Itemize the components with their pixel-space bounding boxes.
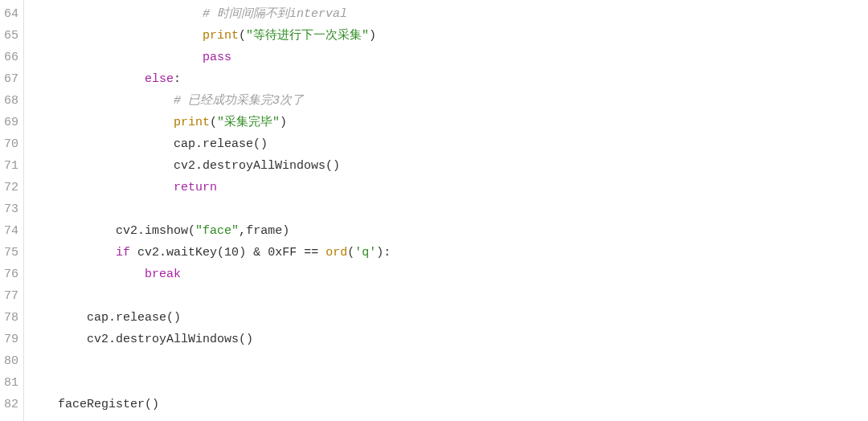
token: "采集完毕"	[217, 116, 280, 129]
line-number: 80	[3, 350, 18, 372]
code-line[interactable]: print("采集完毕")	[29, 112, 868, 133]
token: cap	[87, 311, 108, 325]
line-number: 71	[3, 155, 18, 177]
line-number: 65	[3, 25, 18, 47]
token: )	[282, 224, 289, 238]
token: break	[145, 268, 181, 281]
code-area[interactable]: # 时间间隔不到interval print("等待进行下一次采集") pass…	[24, 0, 868, 421]
code-line[interactable]: # 时间间隔不到interval	[29, 3, 868, 25]
token: "face"	[195, 224, 239, 238]
token: .	[195, 137, 203, 151]
line-number: 78	[3, 307, 18, 329]
code-line[interactable]	[29, 350, 868, 372]
line-number: 82	[3, 394, 18, 415]
token: ()	[253, 137, 268, 151]
token: &	[246, 246, 268, 260]
token: (	[217, 246, 224, 260]
token: cv2	[87, 333, 108, 346]
token: release	[116, 311, 166, 325]
token: (	[210, 116, 217, 129]
code-line[interactable]: faceRegister()	[29, 394, 868, 415]
code-line[interactable]: # 已经成功采集完3次了	[29, 90, 868, 112]
code-editor: 64656667686970717273747576777879808182 #…	[0, 0, 868, 421]
token: (	[188, 224, 195, 238]
line-number: 72	[3, 177, 18, 198]
token: (	[347, 246, 354, 260]
token: .	[195, 159, 203, 173]
token: ==	[297, 246, 326, 260]
token: cv2	[174, 159, 195, 173]
token: return	[174, 181, 217, 194]
line-number: 67	[3, 68, 18, 90]
token: )	[239, 246, 246, 260]
token: faceRegister	[58, 398, 145, 411]
code-line[interactable]: return	[29, 177, 868, 198]
token: ):	[376, 246, 391, 260]
line-number: 70	[3, 133, 18, 155]
line-number: 79	[3, 329, 18, 350]
code-line[interactable]	[29, 285, 868, 307]
code-line[interactable]: if cv2.waitKey(10) & 0xFF == ord('q'):	[29, 242, 868, 264]
code-line[interactable]: cv2.destroyAllWindows()	[29, 329, 868, 350]
token: ()	[166, 311, 181, 325]
token: )	[280, 116, 287, 129]
token: ()	[239, 333, 253, 346]
code-line[interactable]: print("等待进行下一次采集")	[29, 25, 868, 47]
token: cv2	[130, 246, 159, 260]
token: else	[145, 72, 174, 86]
line-number: 74	[3, 220, 18, 242]
line-number: 77	[3, 285, 18, 307]
token: .	[108, 311, 116, 325]
line-number: 81	[3, 372, 18, 394]
line-number: 73	[3, 198, 18, 220]
code-line[interactable]: pass	[29, 47, 868, 68]
token: destroyAllWindows	[203, 159, 326, 173]
token: # 已经成功采集完3次了	[174, 94, 304, 108]
token: frame	[246, 224, 282, 238]
token: 'q'	[354, 246, 376, 260]
token: cv2	[116, 224, 137, 238]
token: 0xFF	[268, 246, 297, 260]
code-line[interactable]: else:	[29, 68, 868, 90]
code-line[interactable]: cap.release()	[29, 307, 868, 329]
line-number-gutter: 64656667686970717273747576777879808182	[0, 0, 24, 421]
token: ,	[239, 224, 246, 238]
token: cap	[174, 137, 195, 151]
token: .	[108, 333, 116, 346]
token: print	[174, 116, 210, 129]
token: waitKey	[166, 246, 217, 260]
token: destroyAllWindows	[116, 333, 239, 346]
token: pass	[203, 51, 231, 64]
token: "等待进行下一次采集"	[246, 29, 369, 43]
code-line[interactable]	[29, 372, 868, 394]
token: if	[116, 246, 130, 260]
line-number: 75	[3, 242, 18, 264]
token: :	[174, 72, 181, 86]
line-number: 66	[3, 47, 18, 68]
token: ()	[145, 398, 159, 411]
code-line[interactable]: cv2.destroyAllWindows()	[29, 155, 868, 177]
token: print	[203, 29, 239, 43]
token: .	[137, 224, 145, 238]
token: ()	[326, 159, 340, 173]
token: imshow	[145, 224, 188, 238]
token: .	[159, 246, 166, 260]
token: # 时间间隔不到interval	[203, 7, 347, 21]
line-number: 64	[3, 3, 18, 25]
line-number: 68	[3, 90, 18, 112]
code-line[interactable]	[29, 198, 868, 220]
code-line[interactable]: cap.release()	[29, 133, 868, 155]
token: release	[203, 137, 253, 151]
code-line[interactable]: break	[29, 264, 868, 285]
code-line[interactable]: cv2.imshow("face",frame)	[29, 220, 868, 242]
token: (	[239, 29, 246, 43]
line-number: 69	[3, 112, 18, 133]
token: 10	[224, 246, 239, 260]
token: ord	[326, 246, 347, 260]
token: )	[369, 29, 376, 43]
line-number: 76	[3, 264, 18, 285]
